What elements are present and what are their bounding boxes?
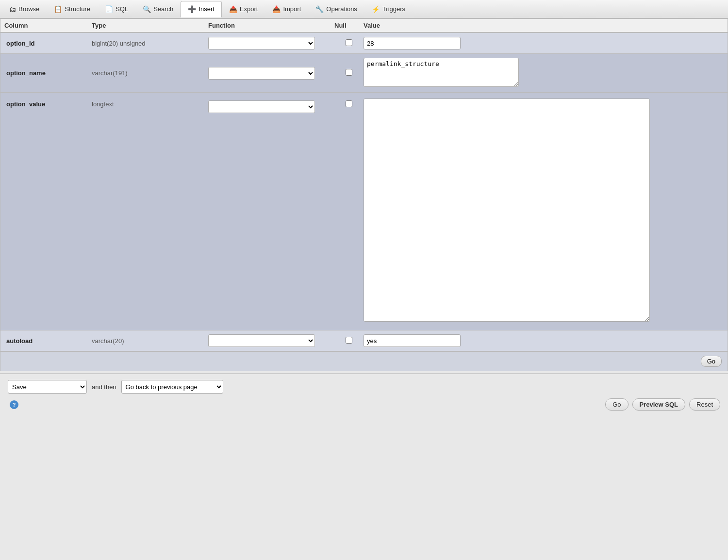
main-content: Column Type Function Null Value option_i… [0,18,728,371]
tab-search-label: Search [153,5,173,13]
table-row: option_value longtext [0,93,728,330]
tab-sql[interactable]: 📄 SQL [98,1,135,17]
null-checkbox-option-id[interactable] [346,39,352,46]
tab-triggers[interactable]: ⚡ Triggers [364,1,413,17]
value-option-id [364,37,724,49]
type-option-value: longtext [92,97,208,108]
tab-search[interactable]: 🔍 Search [135,1,181,17]
table-header: Column Type Function Null Value [0,19,728,33]
header-type: Type [92,22,208,29]
preview-sql-button[interactable]: Preview SQL [632,398,685,411]
value-autoload [364,334,724,347]
value-option-value [364,97,724,323]
tab-insert[interactable]: ➕ Insert [181,1,222,17]
go-button-main[interactable]: Go [701,356,722,367]
function-option-value [208,97,334,113]
tab-browse-label: Browse [18,5,39,13]
null-autoload [334,337,364,345]
tab-sql-label: SQL [116,5,128,13]
tab-browse[interactable]: 🗂 Browse [2,1,47,17]
null-option-name [334,69,364,77]
bottom-row2: ? Go Preview SQL Reset [8,398,720,411]
tab-insert-label: Insert [199,5,215,13]
value-textarea-option-name[interactable]: permalink_structure [364,58,519,87]
and-then-label: and then [92,383,116,391]
tab-import-label: Import [283,5,301,13]
tab-structure-label: Structure [65,5,90,13]
function-select-option-name[interactable] [208,67,315,80]
tab-import[interactable]: 📥 Import [265,1,308,17]
null-checkbox-option-value[interactable] [346,100,352,107]
col-option-id: option_id [4,40,92,47]
tab-triggers-label: Triggers [382,5,405,13]
function-select-option-id[interactable] [208,37,315,49]
table-row: autoload varchar(20) [0,330,728,351]
tab-operations[interactable]: 🔧 Operations [308,1,364,17]
go-button-bottom[interactable]: Go [605,398,628,411]
col-autoload: autoload [4,337,92,345]
bottom-bar: Save Insert as new row Insert another ne… [0,373,728,416]
tab-operations-label: Operations [326,5,357,13]
value-input-option-id[interactable] [364,37,461,49]
browse-icon: 🗂 [9,5,16,13]
type-option-id: bigint(20) unsigned [92,40,208,47]
function-option-name [208,67,334,80]
tab-bar: 🗂 Browse 📋 Structure 📄 SQL 🔍 Search ➕ In… [0,0,728,18]
header-function: Function [208,22,334,29]
function-select-option-value[interactable] [208,100,315,113]
function-option-id [208,37,334,49]
function-select-autoload[interactable] [208,334,315,347]
help-icon[interactable]: ? [10,400,18,409]
col-option-value: option_value [4,97,92,108]
bottom-row1: Save Insert as new row Insert another ne… [8,380,720,394]
function-autoload [208,334,334,347]
import-icon: 📥 [272,5,281,13]
tab-export[interactable]: 📤 Export [222,1,265,17]
col-option-name: option_name [4,69,92,77]
null-option-id [334,39,364,48]
null-checkbox-option-name[interactable] [346,69,352,76]
sql-icon: 📄 [105,5,113,13]
type-autoload: varchar(20) [92,337,208,345]
triggers-icon: ⚡ [372,5,380,13]
save-action-select[interactable]: Save Insert as new row Insert another ne… [8,380,87,394]
search-icon: 🔍 [143,5,151,13]
header-column: Column [4,22,92,29]
structure-icon: 📋 [54,5,62,13]
after-action-select[interactable]: Go back to previous page Insert another … [121,380,223,394]
header-null: Null [334,22,364,29]
tab-structure[interactable]: 📋 Structure [47,1,98,17]
table-row: option_name varchar(191) permalink_struc… [0,54,728,93]
reset-button[interactable]: Reset [689,398,720,411]
value-option-name: permalink_structure [364,58,724,88]
insert-icon: ➕ [188,5,196,13]
type-option-name: varchar(191) [92,69,208,77]
export-icon: 📤 [229,5,237,13]
header-value: Value [364,22,724,29]
tab-export-label: Export [240,5,258,13]
value-textarea-option-value[interactable] [364,99,650,322]
operations-icon: 🔧 [315,5,324,13]
value-input-autoload[interactable] [364,334,461,347]
table-row: option_id bigint(20) unsigned [0,33,728,54]
null-checkbox-autoload[interactable] [346,337,352,344]
go-row: Go [0,351,728,371]
null-option-value [334,97,364,109]
